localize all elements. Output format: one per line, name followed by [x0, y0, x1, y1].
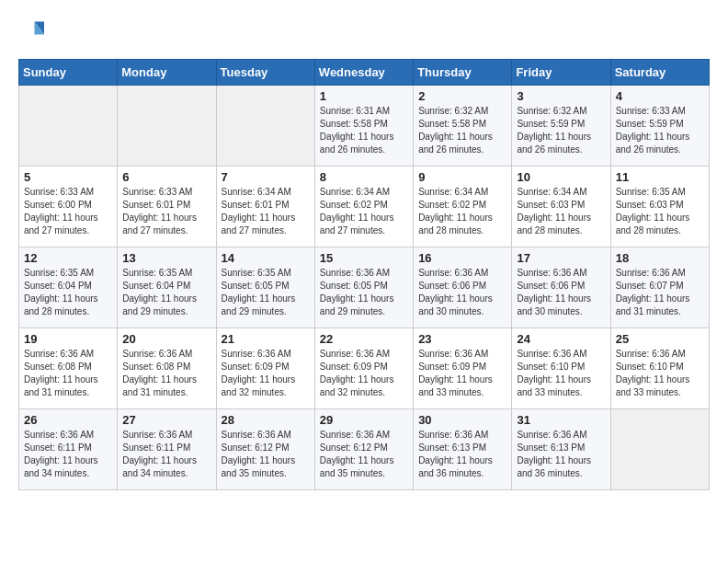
calendar-cell [19, 86, 118, 167]
cell-info: Sunrise: 6:36 AM Sunset: 6:13 PM Dayligh… [517, 429, 605, 480]
day-number: 29 [320, 413, 408, 427]
day-number: 7 [222, 170, 310, 184]
cell-info: Sunrise: 6:36 AM Sunset: 6:10 PM Dayligh… [517, 348, 605, 399]
calendar-week-3: 12Sunrise: 6:35 AM Sunset: 6:04 PM Dayli… [19, 247, 710, 328]
day-number: 24 [517, 332, 605, 346]
day-number: 17 [517, 251, 605, 265]
cell-info: Sunrise: 6:36 AM Sunset: 6:12 PM Dayligh… [320, 429, 408, 480]
cell-info: Sunrise: 6:34 AM Sunset: 6:02 PM Dayligh… [320, 186, 408, 237]
calendar-week-4: 19Sunrise: 6:36 AM Sunset: 6:08 PM Dayli… [19, 328, 710, 409]
calendar-cell: 7Sunrise: 6:34 AM Sunset: 6:01 PM Daylig… [216, 167, 314, 247]
cell-info: Sunrise: 6:36 AM Sunset: 6:07 PM Dayligh… [616, 267, 704, 318]
header-wednesday: Wednesday [314, 60, 413, 86]
cell-info: Sunrise: 6:34 AM Sunset: 6:02 PM Dayligh… [418, 186, 506, 237]
calendar-cell [118, 86, 216, 167]
calendar-cell: 18Sunrise: 6:36 AM Sunset: 6:07 PM Dayli… [610, 247, 709, 328]
header-thursday: Thursday [414, 60, 512, 86]
header-saturday: Saturday [610, 60, 709, 86]
calendar-week-5: 26Sunrise: 6:36 AM Sunset: 6:11 PM Dayli… [19, 409, 710, 490]
day-number: 25 [616, 332, 704, 346]
page-header [18, 18, 710, 44]
calendar-cell: 30Sunrise: 6:36 AM Sunset: 6:13 PM Dayli… [414, 409, 512, 490]
cell-info: Sunrise: 6:34 AM Sunset: 6:03 PM Dayligh… [517, 186, 605, 237]
cell-info: Sunrise: 6:35 AM Sunset: 6:03 PM Dayligh… [616, 186, 704, 237]
day-number: 19 [24, 332, 112, 346]
cell-info: Sunrise: 6:36 AM Sunset: 6:08 PM Dayligh… [24, 348, 112, 399]
calendar-cell: 1Sunrise: 6:31 AM Sunset: 5:58 PM Daylig… [314, 86, 413, 167]
header-tuesday: Tuesday [216, 60, 314, 86]
cell-info: Sunrise: 6:35 AM Sunset: 6:04 PM Dayligh… [122, 267, 210, 318]
calendar-cell: 2Sunrise: 6:32 AM Sunset: 5:58 PM Daylig… [414, 86, 512, 167]
cell-info: Sunrise: 6:36 AM Sunset: 6:10 PM Dayligh… [616, 348, 704, 399]
cell-info: Sunrise: 6:34 AM Sunset: 6:01 PM Dayligh… [222, 186, 310, 237]
cell-info: Sunrise: 6:32 AM Sunset: 5:59 PM Dayligh… [517, 105, 605, 156]
header-monday: Monday [118, 60, 216, 86]
cell-info: Sunrise: 6:31 AM Sunset: 5:58 PM Dayligh… [320, 105, 408, 156]
day-number: 5 [24, 170, 112, 184]
cell-info: Sunrise: 6:36 AM Sunset: 6:09 PM Dayligh… [320, 348, 408, 399]
day-number: 16 [418, 251, 506, 265]
calendar-cell: 26Sunrise: 6:36 AM Sunset: 6:11 PM Dayli… [19, 409, 118, 490]
cell-info: Sunrise: 6:33 AM Sunset: 5:59 PM Dayligh… [616, 105, 704, 156]
cell-info: Sunrise: 6:33 AM Sunset: 6:01 PM Dayligh… [122, 186, 210, 237]
calendar-cell: 8Sunrise: 6:34 AM Sunset: 6:02 PM Daylig… [314, 167, 413, 247]
day-number: 27 [122, 413, 210, 427]
calendar-cell: 11Sunrise: 6:35 AM Sunset: 6:03 PM Dayli… [610, 167, 709, 247]
cell-info: Sunrise: 6:36 AM Sunset: 6:13 PM Dayligh… [418, 429, 506, 480]
day-number: 23 [418, 332, 506, 346]
calendar-cell: 17Sunrise: 6:36 AM Sunset: 6:06 PM Dayli… [512, 247, 610, 328]
calendar-cell: 16Sunrise: 6:36 AM Sunset: 6:06 PM Dayli… [414, 247, 512, 328]
calendar-cell: 31Sunrise: 6:36 AM Sunset: 6:13 PM Dayli… [512, 409, 610, 490]
calendar-cell [610, 409, 709, 490]
cell-info: Sunrise: 6:35 AM Sunset: 6:04 PM Dayligh… [24, 267, 112, 318]
calendar-cell: 20Sunrise: 6:36 AM Sunset: 6:08 PM Dayli… [118, 328, 216, 409]
day-number: 21 [222, 332, 310, 346]
day-number: 26 [24, 413, 112, 427]
calendar-cell: 22Sunrise: 6:36 AM Sunset: 6:09 PM Dayli… [314, 328, 413, 409]
calendar-week-2: 5Sunrise: 6:33 AM Sunset: 6:00 PM Daylig… [19, 167, 710, 247]
day-number: 1 [320, 89, 408, 103]
calendar-cell: 9Sunrise: 6:34 AM Sunset: 6:02 PM Daylig… [414, 167, 512, 247]
day-number: 18 [616, 251, 704, 265]
days-header-row: SundayMondayTuesdayWednesdayThursdayFrid… [19, 60, 710, 86]
calendar-cell: 14Sunrise: 6:35 AM Sunset: 6:05 PM Dayli… [216, 247, 314, 328]
logo [18, 18, 48, 44]
cell-info: Sunrise: 6:32 AM Sunset: 5:58 PM Dayligh… [418, 105, 506, 156]
day-number: 6 [122, 170, 210, 184]
calendar-cell: 12Sunrise: 6:35 AM Sunset: 6:04 PM Dayli… [19, 247, 118, 328]
day-number: 31 [517, 413, 605, 427]
cell-info: Sunrise: 6:36 AM Sunset: 6:06 PM Dayligh… [418, 267, 506, 318]
calendar-cell: 5Sunrise: 6:33 AM Sunset: 6:00 PM Daylig… [19, 167, 118, 247]
cell-info: Sunrise: 6:36 AM Sunset: 6:12 PM Dayligh… [222, 429, 310, 480]
cell-info: Sunrise: 6:36 AM Sunset: 6:06 PM Dayligh… [517, 267, 605, 318]
header-friday: Friday [512, 60, 610, 86]
calendar-cell [216, 86, 314, 167]
day-number: 22 [320, 332, 408, 346]
calendar-cell: 4Sunrise: 6:33 AM Sunset: 5:59 PM Daylig… [610, 86, 709, 167]
calendar-cell: 23Sunrise: 6:36 AM Sunset: 6:09 PM Dayli… [414, 328, 512, 409]
cell-info: Sunrise: 6:36 AM Sunset: 6:09 PM Dayligh… [222, 348, 310, 399]
day-number: 4 [616, 89, 704, 103]
calendar-cell: 24Sunrise: 6:36 AM Sunset: 6:10 PM Dayli… [512, 328, 610, 409]
calendar-cell: 13Sunrise: 6:35 AM Sunset: 6:04 PM Dayli… [118, 247, 216, 328]
cell-info: Sunrise: 6:36 AM Sunset: 6:08 PM Dayligh… [122, 348, 210, 399]
day-number: 28 [222, 413, 310, 427]
day-number: 12 [24, 251, 112, 265]
day-number: 11 [616, 170, 704, 184]
calendar-cell: 27Sunrise: 6:36 AM Sunset: 6:11 PM Dayli… [118, 409, 216, 490]
calendar-cell: 21Sunrise: 6:36 AM Sunset: 6:09 PM Dayli… [216, 328, 314, 409]
calendar-cell: 25Sunrise: 6:36 AM Sunset: 6:10 PM Dayli… [610, 328, 709, 409]
calendar-cell: 15Sunrise: 6:36 AM Sunset: 6:05 PM Dayli… [314, 247, 413, 328]
calendar-cell: 29Sunrise: 6:36 AM Sunset: 6:12 PM Dayli… [314, 409, 413, 490]
day-number: 13 [122, 251, 210, 265]
calendar-week-1: 1Sunrise: 6:31 AM Sunset: 5:58 PM Daylig… [19, 86, 710, 167]
day-number: 2 [418, 89, 506, 103]
cell-info: Sunrise: 6:36 AM Sunset: 6:09 PM Dayligh… [418, 348, 506, 399]
calendar-cell: 6Sunrise: 6:33 AM Sunset: 6:01 PM Daylig… [118, 167, 216, 247]
day-number: 30 [418, 413, 506, 427]
calendar-cell: 3Sunrise: 6:32 AM Sunset: 5:59 PM Daylig… [512, 86, 610, 167]
header-sunday: Sunday [19, 60, 118, 86]
calendar-cell: 28Sunrise: 6:36 AM Sunset: 6:12 PM Dayli… [216, 409, 314, 490]
day-number: 8 [320, 170, 408, 184]
day-number: 20 [122, 332, 210, 346]
